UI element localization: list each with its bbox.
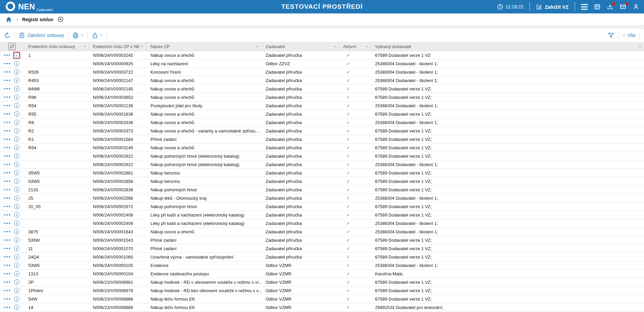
row-actions-button[interactable] [4,281,10,283]
row-info-button[interactable]: i [13,77,20,84]
table-row[interactable]: i54WN006/23/V00008866Nákup léčiv formou … [0,295,644,303]
row-actions-button[interactable] [4,88,10,89]
create-contract-button[interactable]: Založení smlouvy [19,32,64,38]
row-info-button[interactable]: i [13,211,20,219]
table-row[interactable]: iN006/24/V00000925Léky na nachlazeníOdbo… [0,60,644,68]
row-actions-button[interactable] [4,139,10,140]
row-info-button[interactable]: i [13,237,20,244]
row-actions-button[interactable] [4,172,10,173]
row-actions-button[interactable] [4,239,10,241]
row-actions-button[interactable] [4,113,10,115]
row-info-button[interactable]: i [13,111,20,118]
row-info-button[interactable]: i [13,195,20,202]
profile-button[interactable] [633,3,639,10]
row-actions-button[interactable] [4,71,10,73]
row-actions-button[interactable] [4,130,10,131]
row-actions-button[interactable] [4,63,10,64]
table-row[interactable]: iN006/24/V00002922Nákup pohonných hmot (… [0,152,644,160]
row-actions-button[interactable] [4,122,10,123]
downloads-button[interactable] [607,3,613,10]
row-actions-button[interactable] [4,223,10,224]
table-row[interactable]: i20_00N006/24/V00002672Nákup pohonných h… [0,202,644,211]
row-info-button[interactable]: i [13,178,20,185]
row-actions-button[interactable] [4,80,10,81]
row-info-button[interactable]: i [13,85,20,92]
row-info-button[interactable]: i [13,153,20,160]
menu-button[interactable] [581,4,588,10]
table-row[interactable]: iR54N006/24/V00002136Poskytování jídel p… [0,102,644,110]
row-info-button[interactable]: i [13,186,20,193]
row-actions-button[interactable] [4,256,10,258]
row-actions-button[interactable] [4,147,10,148]
row-info-button[interactable]: i [13,254,20,261]
row-actions-button[interactable] [4,54,10,56]
row-info-button[interactable]: i [13,94,20,101]
row-info-button[interactable]: i [13,136,20,143]
row-info-button[interactable]: i [13,228,20,235]
column-filter-icon[interactable] [334,45,336,48]
row-info-button[interactable]: i [13,52,20,59]
row-actions-button[interactable] [4,273,10,274]
table-row[interactable]: i53W5N006/24/V00000105EvidenceOdbor VZMR… [0,261,644,270]
table-row[interactable]: iN006/24/V00002408Léky při kašli a nachl… [0,211,644,219]
row-actions-button[interactable] [4,231,10,232]
table-row[interactable]: i1PlněníN006/23/V00008979Nákup hodinek -… [0,286,644,295]
table-row[interactable]: iR1N006/24/V00001584Přímé zadáníZadavate… [0,135,644,144]
row-actions-button[interactable] [4,96,10,98]
column-filter-icon[interactable] [366,45,368,48]
table-row[interactable]: i64W6N006/24/V00002145Nákup ovoce a ořec… [0,85,644,93]
row-info-button[interactable]: i [13,169,20,177]
table-row[interactable]: i1313N006/24/V00000104Evidence zadávacíh… [0,270,644,278]
row-info-button[interactable]: i [13,144,20,151]
close-tab-icon[interactable] [57,16,64,23]
table-row[interactable]: i14N006/23/V00008866Nákup léčiv formou E… [0,303,644,312]
column-filter-icon[interactable] [256,45,259,48]
create-vz-button[interactable]: Založit VZ [536,4,569,10]
table-row[interactable]: i24Q4N006/24/V00001065Uzavřená výzva - s… [0,253,644,261]
export-dropdown-icon[interactable]: ▽ [100,34,103,37]
row-actions-button[interactable] [4,290,10,291]
row-actions-button[interactable] [4,189,10,190]
row-info-button[interactable]: i [13,287,20,294]
row-info-button[interactable]: i [13,102,20,109]
column-filter-icon[interactable] [141,45,143,48]
row-info-button[interactable]: i [13,69,20,76]
column-header-nazev-zp[interactable]: Název ZP [146,42,262,51]
row-actions-button[interactable] [4,265,10,266]
messages-button[interactable] [619,3,626,10]
table-row[interactable]: iR98N006/24/V00003653Nákup ovoce a ořech… [0,93,644,102]
row-actions-button[interactable] [4,197,10,199]
row-actions-button[interactable] [4,105,10,106]
column-header-cislo-zp[interactable]: Evidenční číslo ZP v NEN [89,42,146,51]
row-info-button[interactable]: i [13,161,20,168]
table-row[interactable]: iR2N006/24/V00003373Nákup ovoce a ořechů… [0,127,644,135]
table-row[interactable]: iR54N006/24/V00003245Nákup ovoce a ořech… [0,144,644,152]
column-settings-button[interactable] [0,42,24,51]
table-row[interactable]: i11N006/24/V00001070Přímé zadáníZadavate… [0,244,644,253]
table-row[interactable]: iR535N006/24/V00003722Koncesní řízeníZad… [0,68,644,76]
home-icon[interactable] [5,16,12,23]
table-row[interactable]: i535WN006/24/V00001543Přímé zadáníZadava… [0,236,644,244]
table-row[interactable]: i53W5N006/24/V00002858Nákup benzínuZadav… [0,177,644,186]
row-info-button[interactable]: i [13,203,20,210]
nen-logo[interactable]: NEN Zadavatel [5,1,53,13]
row-info-button[interactable]: i [13,220,20,227]
refresh-button[interactable] [4,32,10,39]
column-header-cislo-smlouvy[interactable]: Evidenční číslo smlouvy [24,42,89,51]
calendar-button[interactable] [594,3,601,10]
row-actions-button[interactable] [4,181,10,182]
table-row[interactable]: iR6N006/24/V00003336Nákup ovoce a ořechů… [0,118,644,127]
row-info-button[interactable]: i [13,262,20,269]
row-actions-button[interactable] [4,164,10,165]
row-actions-button[interactable] [4,206,10,207]
table-row[interactable]: i25N006/24/V00002568Nákup léků - Olomouc… [0,194,644,202]
row-actions-button[interactable] [4,307,10,308]
export-button[interactable]: ▽ [92,32,103,39]
row-info-button[interactable]: i [13,304,20,311]
table-row[interactable]: i3875N006/24/V00001643Nákup ovoce a ořec… [0,228,644,236]
table-row[interactable]: iR55N006/24/V00001836Nákup ovoce a ořech… [0,110,644,118]
print-button[interactable]: ▽ [72,32,83,39]
scope-select[interactable]: ▽ Vše [623,33,636,38]
row-info-button[interactable]: i [13,279,20,286]
column-header-aktivni[interactable]: Aktivní [339,42,371,51]
